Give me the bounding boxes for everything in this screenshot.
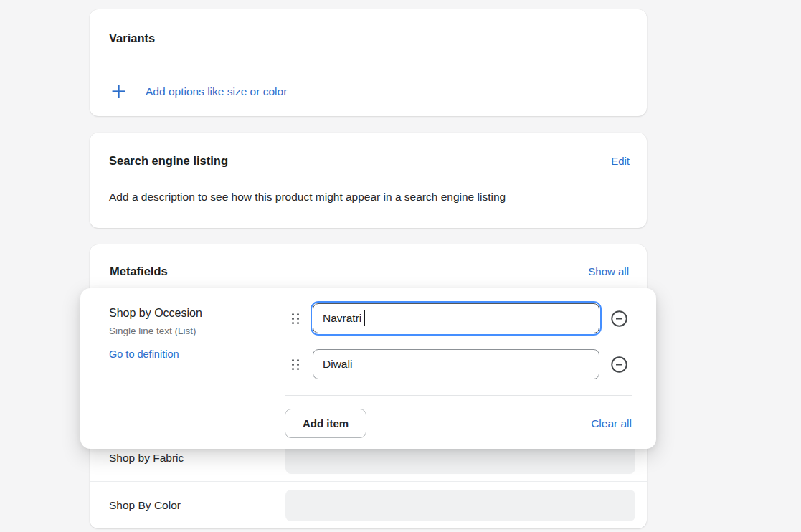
seo-card-title: Search engine listing	[109, 154, 228, 168]
remove-item-button[interactable]	[610, 356, 628, 374]
seo-description: Add a description to see how this produc…	[109, 191, 506, 204]
plus-icon	[111, 84, 126, 99]
metafield-item-list	[292, 303, 628, 395]
metafields-card-title: Metafields	[110, 265, 168, 278]
search-engine-listing-card: Search engine listing Edit Add a descrip…	[90, 133, 647, 228]
seo-edit-link[interactable]: Edit	[611, 155, 630, 167]
metafield-name: Shop by Occesion	[109, 307, 285, 320]
remove-item-button[interactable]	[610, 310, 628, 328]
add-variant-options-row[interactable]: Add options like size or color	[90, 67, 647, 115]
go-to-definition-link[interactable]: Go to definition	[109, 348, 179, 360]
minus-circle-icon	[610, 310, 628, 328]
variants-card-header: Variants	[90, 9, 647, 67]
drag-handle-icon[interactable]	[292, 313, 299, 324]
text-cursor	[364, 310, 365, 326]
metafield-label: Shop by Fabric	[109, 452, 184, 465]
metafields-show-all-link[interactable]: Show all	[588, 265, 629, 277]
drag-handle-icon[interactable]	[292, 359, 299, 370]
add-options-link[interactable]: Add options like size or color	[146, 85, 287, 98]
item-value-input[interactable]	[313, 349, 599, 379]
metafield-list-editor-popup: Shop by Occesion Single line text (List)…	[80, 288, 656, 449]
popup-footer-divider	[285, 395, 632, 396]
item-value-input[interactable]	[313, 303, 599, 333]
add-item-button[interactable]: Add item	[285, 409, 366, 438]
item-input-wrap	[313, 303, 599, 333]
list-item	[292, 303, 628, 333]
variants-card: Variants Add options like size or color	[90, 9, 647, 116]
clear-all-link[interactable]: Clear all	[591, 417, 632, 430]
list-item	[292, 349, 628, 379]
item-input-wrap	[313, 349, 599, 379]
metafield-value-field[interactable]	[285, 490, 635, 521]
metafield-row-shop-by-color: Shop By Color	[90, 482, 647, 528]
minus-circle-icon	[610, 356, 628, 374]
variants-card-title: Variants	[109, 32, 155, 45]
metafield-type: Single line text (List)	[109, 326, 285, 336]
metafield-label: Shop By Color	[109, 499, 181, 512]
popup-footer: Add item Clear all	[285, 409, 632, 438]
popup-field-info: Shop by Occesion Single line text (List)…	[109, 307, 285, 361]
